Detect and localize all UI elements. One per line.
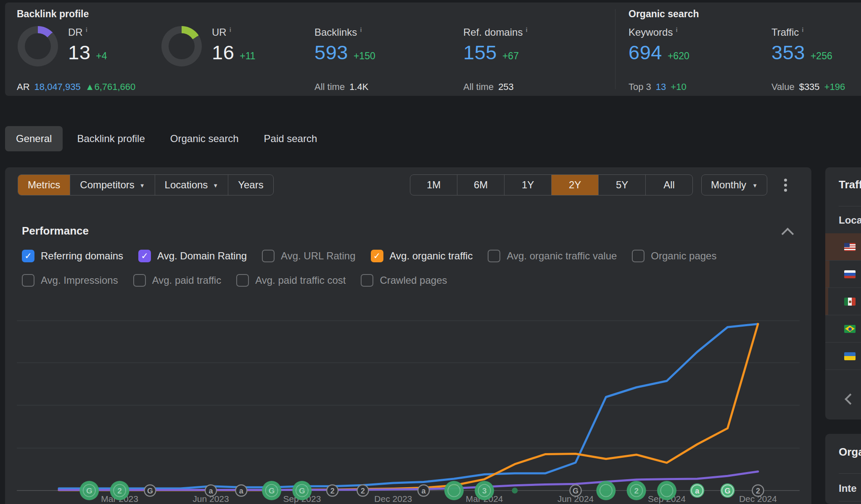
value-label: Value: [771, 82, 795, 92]
checkbox-unchecked-icon[interactable]: [632, 250, 644, 262]
checkbox-unchecked-icon[interactable]: [488, 250, 500, 262]
divider: [839, 206, 861, 206]
checkbox-checked-icon[interactable]: ✓: [22, 250, 34, 262]
event-marker[interactable]: a: [235, 485, 247, 496]
checkbox-checked-icon[interactable]: ✓: [371, 250, 383, 262]
metrics-button-group: MetricsCompetitors▼Locations▼Years: [18, 174, 274, 195]
event-marker[interactable]: 2: [752, 485, 763, 496]
event-marker[interactable]: a: [690, 483, 704, 498]
info-icon[interactable]: i: [86, 26, 87, 33]
range-6m-button[interactable]: 6M: [457, 175, 504, 195]
checkbox-unchecked-icon[interactable]: [22, 274, 34, 287]
event-marker[interactable]: G: [144, 485, 156, 496]
checkbox-label: Avg. organic traffic value: [507, 250, 617, 262]
backlinks-label: Backlinks: [314, 26, 357, 38]
checkbox-label: Organic pages: [651, 250, 716, 262]
event-marker[interactable]: G: [79, 481, 99, 500]
event-marker[interactable]: 2: [327, 485, 338, 496]
event-marker[interactable]: [512, 488, 518, 493]
event-marker[interactable]: a: [205, 485, 217, 496]
tab-general[interactable]: General: [5, 126, 63, 151]
ar-value[interactable]: 18,047,935: [34, 82, 81, 92]
ref-domains-value[interactable]: 155: [463, 41, 497, 64]
metric-checkbox-row-1: ✓Referring domains✓Avg. Domain RatingAvg…: [22, 250, 716, 262]
interval-dropdown[interactable]: Monthly ▼: [701, 174, 767, 195]
range-1m-button[interactable]: 1M: [410, 175, 457, 195]
checkbox-unchecked-icon[interactable]: [361, 274, 373, 287]
tab-backlink-profile[interactable]: Backlink profile: [66, 126, 156, 151]
metric-checkbox-crawled-pages[interactable]: Crawled pages: [361, 274, 447, 287]
event-marker[interactable]: G: [570, 485, 581, 496]
range-2y-button[interactable]: 2Y: [551, 175, 598, 195]
range-1y-button[interactable]: 1Y: [504, 175, 551, 195]
metric-checkbox-avg-impressions[interactable]: Avg. Impressions: [22, 274, 118, 287]
checkbox-checked-icon[interactable]: ✓: [138, 250, 151, 262]
event-marker[interactable]: a: [418, 485, 429, 496]
info-icon[interactable]: i: [360, 26, 362, 33]
info-icon[interactable]: i: [526, 26, 527, 33]
ur-gauge: [161, 26, 202, 66]
metric-checkbox-avg-organic-traffic[interactable]: ✓Avg. organic traffic: [371, 250, 473, 262]
event-marker[interactable]: 2: [627, 481, 646, 500]
svg-text:a: a: [695, 487, 700, 495]
ref-domains-metric: Ref. domainsi 155+67: [463, 26, 528, 64]
svg-text:G: G: [269, 486, 275, 495]
metrics-button[interactable]: Metrics: [18, 175, 70, 195]
value-delta: +196: [824, 82, 845, 92]
range-5y-button[interactable]: 5Y: [598, 175, 645, 195]
keywords-delta: +620: [668, 50, 689, 62]
checkbox-unchecked-icon[interactable]: [133, 274, 146, 287]
years-button[interactable]: Years: [228, 175, 273, 195]
info-icon[interactable]: i: [676, 26, 677, 33]
traffic-value[interactable]: 353: [771, 41, 805, 64]
top3-value[interactable]: 13: [656, 82, 666, 92]
event-marker[interactable]: G: [262, 481, 281, 500]
metric-checkbox-avg-domain-rating[interactable]: ✓Avg. Domain Rating: [138, 250, 247, 262]
event-marker[interactable]: 3: [475, 481, 494, 500]
more-options-button[interactable]: [782, 177, 789, 193]
metric-checkbox-avg-paid-traffic[interactable]: Avg. paid traffic: [133, 274, 222, 287]
checkbox-unchecked-icon[interactable]: [236, 274, 249, 287]
event-marker[interactable]: 2: [357, 485, 369, 496]
event-marker[interactable]: [657, 481, 676, 500]
tab-paid-search[interactable]: Paid search: [253, 126, 328, 151]
metric-checkbox-organic-pages[interactable]: Organic pages: [632, 250, 716, 262]
keywords-value[interactable]: 694: [629, 41, 662, 64]
location-row-us[interactable]: [825, 233, 861, 261]
metric-checkbox-avg-paid-traffic-cost[interactable]: Avg. paid traffic cost: [236, 274, 346, 287]
traffic-label: Traffic: [771, 26, 799, 38]
info-icon[interactable]: i: [802, 26, 803, 33]
flag-br-icon: [844, 325, 856, 333]
metric-checkbox-row-2: Avg. ImpressionsAvg. paid trafficAvg. pa…: [22, 274, 447, 287]
chevron-down-icon: ▼: [213, 182, 218, 189]
location-row-ua[interactable]: [825, 343, 861, 370]
event-marker[interactable]: [596, 481, 615, 500]
backlinks-value[interactable]: 593: [314, 41, 348, 64]
chart-toolbar: MetricsCompetitors▼Locations▼Years 1M6M1…: [18, 174, 789, 195]
tab-organic-search[interactable]: Organic search: [159, 126, 250, 151]
info-icon[interactable]: i: [230, 26, 231, 33]
location-row-mx[interactable]: [825, 288, 861, 315]
event-marker[interactable]: [444, 481, 464, 500]
svg-text:2: 2: [634, 486, 639, 495]
checkbox-unchecked-icon[interactable]: [262, 250, 275, 262]
location-row-ru[interactable]: [825, 261, 861, 288]
series-line-referring-domains: [59, 324, 758, 488]
ref-domains-alltime: All time 253: [463, 82, 514, 92]
overview-header: Backlink profile DRi 13+4 AR 18,047,935 …: [5, 3, 861, 96]
metric-checkbox-referring-domains[interactable]: ✓Referring domains: [22, 250, 123, 262]
location-row-br[interactable]: [825, 315, 861, 343]
event-marker[interactable]: 2: [110, 481, 129, 500]
dr-value: 13: [68, 41, 90, 64]
event-marker[interactable]: G: [721, 483, 735, 498]
collapse-chevron-icon[interactable]: [782, 228, 794, 240]
collapse-left-icon[interactable]: [845, 393, 856, 405]
dr-delta: +4: [96, 50, 107, 62]
checkbox-label: Referring domains: [41, 250, 123, 262]
range-all-button[interactable]: All: [645, 175, 692, 195]
metric-checkbox-avg-url-rating[interactable]: Avg. URL Rating: [262, 250, 355, 262]
locations-button[interactable]: Locations▼: [155, 175, 228, 195]
competitors-button[interactable]: Competitors▼: [70, 175, 154, 195]
metric-checkbox-avg-organic-traffic-value[interactable]: Avg. organic traffic value: [488, 250, 617, 262]
event-marker[interactable]: G: [292, 481, 312, 500]
